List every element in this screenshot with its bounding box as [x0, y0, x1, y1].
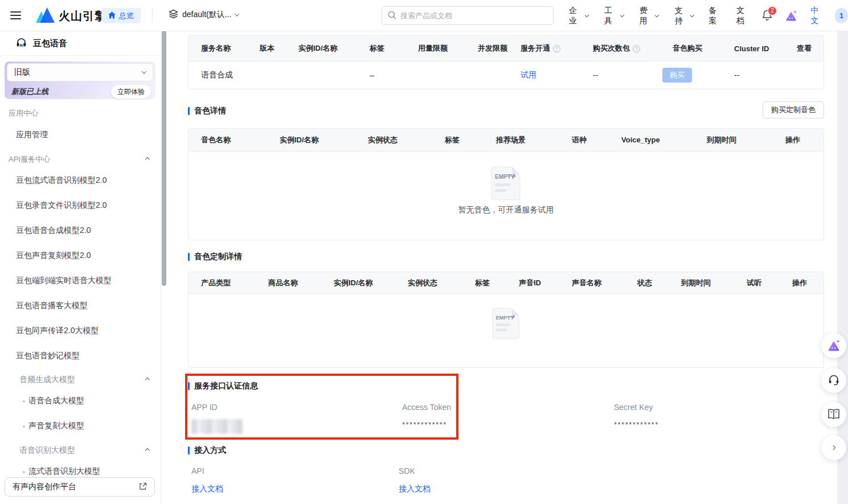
- title-bar: [188, 382, 190, 390]
- chevron-down-icon: [690, 13, 695, 17]
- project-name: default(默认...: [182, 10, 231, 20]
- buy-voice-button[interactable]: 购买: [662, 68, 692, 83]
- layers-icon: [169, 9, 178, 21]
- col-header: 操作: [773, 135, 824, 145]
- help-icon[interactable]: ?: [633, 45, 640, 52]
- menu-tools[interactable]: 工具: [596, 6, 632, 26]
- col-header: 实例ID/名称: [267, 135, 355, 145]
- chevron-up-icon: [145, 378, 150, 382]
- version-select[interactable]: 旧版: [7, 63, 153, 81]
- avatar[interactable]: 1: [835, 8, 848, 23]
- sidebar: AI 豆包语音 旧版 新版已上线 立即体验 应用中心 应用管理 API服务中心 …: [0, 31, 161, 504]
- col-header: 并发限额: [465, 43, 508, 54]
- section-api-center[interactable]: API服务中心: [9, 154, 161, 165]
- col-header: Cluster ID: [722, 44, 784, 53]
- notifications-button[interactable]: 2: [761, 9, 773, 23]
- sidebar-scrollbar-thumb[interactable]: [162, 28, 166, 286]
- chevron-down-icon: [142, 69, 146, 73]
- audio-creation-platform-card[interactable]: 有声内容创作平台: [5, 477, 155, 497]
- support-button[interactable]: [821, 368, 846, 393]
- trial-link[interactable]: 试用: [521, 70, 536, 80]
- help-icon[interactable]: ?: [553, 45, 560, 52]
- collapse-panel-button[interactable]: [821, 435, 846, 460]
- project-switcher[interactable]: default(默认...: [169, 9, 239, 21]
- col-header: 实例ID/名称: [321, 278, 395, 288]
- sidebar-item-model[interactable]: 豆包端到端实时语音大模型: [16, 276, 112, 286]
- col-header: 实例状态: [355, 135, 432, 145]
- external-link-icon: [139, 482, 147, 492]
- col-header: 到期时间: [669, 278, 734, 288]
- col-header: 服务开通?: [508, 36, 580, 61]
- top-navbar: 火山引擎 总览 default(默认... 企业 工具 费用 支持: [0, 0, 848, 31]
- sidebar-item-model[interactable]: 豆包同声传译2.0大模型: [16, 326, 99, 336]
- service-name: 语音合成: [189, 70, 247, 80]
- chevron-down-icon: [235, 11, 239, 16]
- try-now-button[interactable]: 立即体验: [111, 85, 151, 99]
- volcengine-logo[interactable]: 火山引擎: [35, 7, 106, 24]
- link-docs[interactable]: 文档: [730, 6, 757, 26]
- service-table: 服务名称 版本 实例ID/名称 标签 用量限额 并发限额 服务开通? 购买次数包…: [188, 35, 824, 89]
- custom-voice-table: 产品类型 商品名称 实例ID/名称 实例状态 标签 声音ID 声音名称 状态 到…: [188, 272, 824, 368]
- overview-button[interactable]: 总览: [101, 8, 141, 23]
- svg-text:AI: AI: [19, 43, 23, 47]
- sdk-doc-link[interactable]: 接入文档: [399, 484, 431, 494]
- volcengine-logo-icon: [35, 7, 55, 24]
- ai-assistant-float-button[interactable]: [821, 333, 846, 358]
- language-switch[interactable]: 中文: [810, 6, 824, 26]
- voice-table-header: 音色名称 实例ID/名称 实例状态 标签 推荐场景 语种 Voice_type …: [189, 129, 824, 151]
- menu-enterprise[interactable]: 企业: [561, 6, 596, 26]
- col-header: 声音名称: [559, 278, 625, 288]
- sidebar-item-app-management[interactable]: 应用管理: [16, 130, 48, 140]
- chevron-up-icon: [145, 448, 150, 453]
- banner-text: 新版已上线: [11, 87, 48, 97]
- col-header: 产品类型: [189, 278, 256, 288]
- sidebar-group-audio-gen[interactable]: 音频生成大模型: [19, 375, 161, 385]
- buy-custom-voice-button[interactable]: 购买定制音色: [763, 101, 824, 118]
- col-header: 标签: [462, 278, 506, 288]
- sidebar-item-model[interactable]: 豆包语音合成模型2.0: [16, 226, 91, 236]
- empty-doc-icon: EMPTY: [490, 166, 522, 200]
- col-header: 标签: [357, 43, 405, 54]
- sidebar-item-model[interactable]: 豆包录音文件识别模型2.0: [16, 200, 106, 211]
- api-doc-link[interactable]: 接入文档: [191, 484, 223, 494]
- title-bar: [188, 253, 190, 261]
- col-header: 推荐场景: [484, 135, 559, 145]
- access-token-label: Access Token: [402, 403, 451, 412]
- sidebar-item-tts-large[interactable]: 语音合成大模型: [28, 396, 84, 406]
- section-app-center: 应用中心: [9, 108, 38, 118]
- search-input[interactable]: [400, 11, 537, 20]
- link-beian[interactable]: 备案: [702, 6, 730, 26]
- search-icon: [388, 11, 396, 21]
- col-header: 试听: [734, 278, 780, 288]
- access-section-title: 接入方式: [188, 445, 226, 456]
- cluster-id-value: --: [722, 71, 784, 80]
- col-header: 语种: [559, 135, 609, 145]
- sidebar-item-model[interactable]: 豆包流式语音识别模型2.0: [16, 175, 106, 186]
- api-label: API: [191, 466, 204, 476]
- sdk-label: SDK: [399, 466, 415, 476]
- service-table-header: 服务名称 版本 实例ID/名称 标签 用量限额 并发限额 服务开通? 购买次数包…: [189, 36, 824, 62]
- sidebar-item-model[interactable]: 豆包语音妙记模型: [16, 351, 80, 361]
- docs-button[interactable]: [821, 402, 846, 427]
- col-header: 查看: [784, 43, 824, 54]
- chevron-up-icon: [145, 157, 150, 162]
- app-id-label: APP ID: [191, 403, 218, 412]
- global-search[interactable]: [382, 6, 554, 25]
- ai-assistant-icon[interactable]: [784, 10, 798, 22]
- col-header: 音色购买: [660, 43, 722, 54]
- menu-billing[interactable]: 费用: [632, 6, 667, 26]
- hamburger-menu-icon[interactable]: [10, 11, 21, 19]
- home-icon: [108, 11, 116, 21]
- sidebar-item-model[interactable]: 豆包声音复刻模型2.0: [16, 251, 91, 261]
- svg-text:EMPTY: EMPTY: [495, 315, 514, 321]
- chevron-down-icon: [584, 13, 589, 17]
- tag-value: –: [357, 71, 405, 80]
- sidebar-group-asr[interactable]: 语音识别大模型: [19, 445, 161, 456]
- col-header: 版本: [247, 43, 286, 54]
- sidebar-item-streaming-asr-large[interactable]: 流式语音识别大模型: [28, 466, 100, 477]
- sidebar-item-model[interactable]: 豆包语音播客大模型: [16, 301, 88, 311]
- scrollbar-track[interactable]: [837, 31, 848, 504]
- sidebar-item-voice-clone-large[interactable]: 声音复刻大模型: [28, 421, 84, 431]
- menu-support[interactable]: 支持: [667, 6, 702, 26]
- col-header: 商品名称: [256, 278, 321, 288]
